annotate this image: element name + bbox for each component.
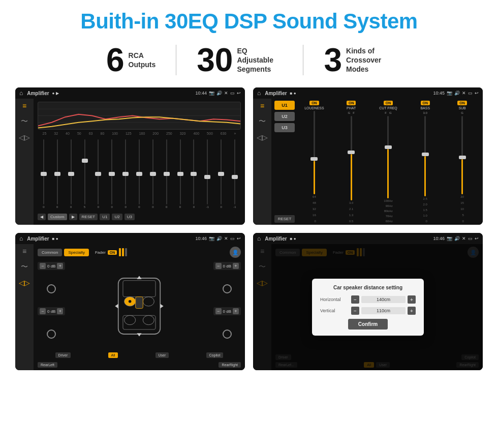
eq-u3-button[interactable]: U3 [124,214,135,220]
bottom-labels: Driver All User Copilot [38,352,241,358]
eq-u2-button[interactable]: U2 [112,214,122,220]
rear-right-btn[interactable]: RearRight [219,362,241,368]
specialty-sidebar-speaker-icon[interactable]: ◁▷ [19,279,30,287]
eq-slider-7[interactable]: 0 [133,138,145,208]
db-plus-bl[interactable]: + [57,308,63,314]
specialty-volume-icon: 🔊 [216,236,222,241]
dialog-status-dots: ■ ● [290,236,296,241]
horizontal-minus-button[interactable]: − [351,295,359,304]
vertical-minus-button[interactable]: − [351,307,359,315]
db-plus-br[interactable]: + [233,308,239,314]
eq-prev-button[interactable]: ◀ [38,214,46,220]
profile-icon[interactable]: 👤 [230,247,241,258]
bass-slider[interactable] [408,116,443,196]
crossover-sidebar-wave-icon[interactable]: 〜 [259,117,266,126]
speaker-left-col: − 0 dB + − 0 dB + [38,262,65,350]
stat-rca: 6 RCAOutputs [86,44,176,76]
db-minus-br[interactable]: − [215,308,222,314]
phat-label: PHAT [347,106,356,110]
cutfreq-slider[interactable] [371,116,406,198]
crossover-back-icon[interactable]: ↩ [475,91,479,96]
horizontal-plus-button[interactable]: + [408,295,416,304]
eq-slider-1[interactable]: 0 [51,138,64,208]
camera-icon: 📷 [209,91,214,96]
crossover-u3-btn[interactable]: U3 [274,123,295,132]
eq-slider-9[interactable]: 0 [161,138,173,208]
eq-slider-3[interactable]: 5 [79,138,91,208]
speaker-right-col: − 0 dB + − 0 dB + [213,262,241,350]
eq-slider-11[interactable]: 0 [188,138,200,208]
sub-slider[interactable] [445,116,480,194]
db-minus-bl[interactable]: − [40,308,46,314]
eq-slider-8[interactable]: 0 [147,138,159,208]
db-control-br: − 0 dB + [213,307,241,315]
specialty-sidebar-eq-icon[interactable]: ≡ [22,247,26,255]
eq-preset-button[interactable]: Custom [48,214,67,220]
speaker-tr [223,284,232,293]
eq-slider-12[interactable]: -1 [201,138,213,208]
crossover-app-name: Amplifier [265,91,287,96]
crossover-presets: U1 U2 U3 RESET [274,101,295,223]
specialty-tab[interactable]: Specialty [64,249,88,256]
eq-slider-10[interactable]: 0 [174,138,186,208]
dialog-back-icon[interactable]: ↩ [475,236,479,241]
fader-bar-2 [122,248,124,256]
specialty-main: Common Specialty Fader ON [34,244,245,370]
loudness-slider[interactable] [297,111,332,194]
eq-slider-2[interactable]: 0 [65,138,77,208]
eq-sidebar-speaker-icon[interactable]: ◁▷ [19,133,30,141]
home-icon[interactable]: ⌂ [19,89,23,97]
specialty-status-icons: 📷 🔊 ✕ ▭ ↩ [209,236,241,241]
eq-sidebar-wave-icon[interactable]: 〜 [21,117,28,126]
stat-crossover-label: Kinds ofCrossover Modes [346,46,392,74]
dialog-volume-icon: 🔊 [454,236,460,241]
dialog-overlay: Car speaker distance setting Horizontal … [253,244,483,370]
volume-icon: 🔊 [216,91,222,96]
all-btn[interactable]: All [108,352,118,358]
db-plus-tl[interactable]: + [57,263,63,269]
stat-eq-label: EQ AdjustableSegments [237,46,283,74]
crossover-home-icon[interactable]: ⌂ [257,89,261,97]
crossover-sidebar-speaker-icon[interactable]: ◁▷ [257,133,268,141]
back-icon[interactable]: ↩ [237,91,241,96]
dialog-screen: ⌂ Amplifier ■ ● 10:46 📷 🔊 ✕ ▭ ↩ ≡ 〜 ◁▷ [253,233,483,370]
crossover-u1-btn[interactable]: U1 [274,101,295,110]
driver-btn[interactable]: Driver [55,352,71,358]
dialog-window-icon: ▭ [468,236,473,241]
db-minus-tr[interactable]: − [215,263,222,269]
eq-slider-4[interactable]: 0 [92,138,104,208]
phat-slider[interactable] [334,116,369,200]
specialty-home-icon[interactable]: ⌂ [19,235,23,242]
loudness-label: LOUDNESS [304,106,324,110]
eq-slider-0[interactable]: 0 [38,138,50,208]
crossover-status-bar: ⌂ Amplifier ■ ● 10:45 📷 🔊 ✕ ▭ ↩ [253,87,483,99]
confirm-button[interactable]: Confirm [348,319,388,330]
eq-slider-6[interactable]: 0 [119,138,132,208]
eq-sidebar-eq-icon[interactable]: ≡ [22,102,26,110]
eq-play-button[interactable]: ▶ [69,214,77,220]
eq-bottom-bar: ◀ Custom ▶ RESET U1 U2 U3 [38,212,241,222]
dialog-home-icon[interactable]: ⌂ [257,235,261,242]
rear-left-btn[interactable]: RearLeft [38,362,57,368]
common-tab[interactable]: Common [38,249,62,256]
eq-slider-5[interactable]: 0 [106,138,118,208]
dialog-box: Car speaker distance setting Horizontal … [312,279,424,336]
crossover-u2-btn[interactable]: U2 [274,112,295,121]
specialty-back-icon[interactable]: ↩ [237,236,241,241]
crossover-sidebar-eq-icon[interactable]: ≡ [260,102,264,110]
specialty-sidebar-wave-icon[interactable]: 〜 [21,262,28,272]
eq-slider-14[interactable]: -1 [229,138,241,208]
cutfreq-on-badge: ON [384,101,393,105]
dialog-camera-icon: 📷 [447,236,452,241]
user-btn[interactable]: User [155,352,169,358]
crossover-reset-btn[interactable]: RESET [274,215,295,223]
car-diagram [68,262,210,350]
db-plus-tr[interactable]: + [233,263,239,269]
eq-reset-button[interactable]: RESET [79,214,98,220]
fader-on-badge: ON [108,250,117,255]
copilot-btn[interactable]: Copilot [206,352,224,358]
eq-u1-button[interactable]: U1 [100,214,110,220]
eq-slider-13[interactable]: 0 [215,138,227,208]
vertical-plus-button[interactable]: + [408,307,416,315]
db-minus-tl[interactable]: − [40,263,46,269]
